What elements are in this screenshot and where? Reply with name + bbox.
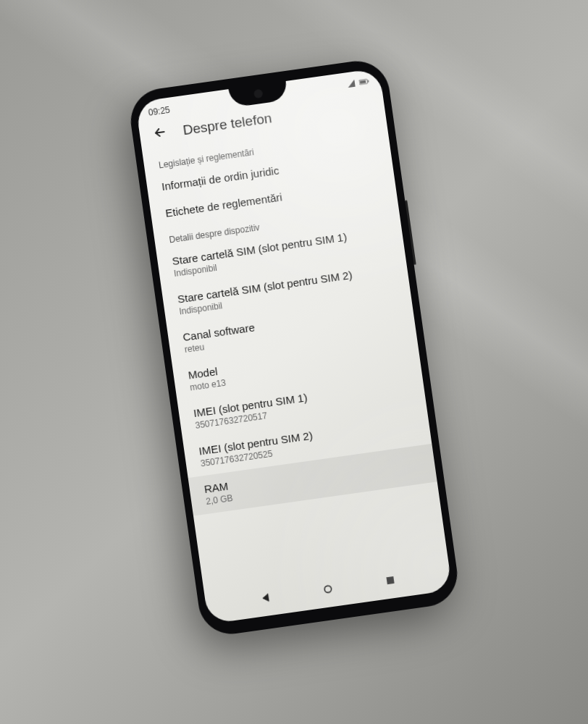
status-time: 09:25 [148,105,171,118]
settings-list[interactable]: Legislație și reglementări Informații de… [143,119,437,515]
triangle-back-icon [259,592,273,607]
back-button[interactable] [148,122,172,146]
page-title: Despre telefon [182,110,272,138]
svg-rect-2 [360,80,366,83]
nav-recent-button[interactable] [372,564,408,600]
circle-home-icon [322,583,335,599]
nav-back-button[interactable] [248,581,285,618]
signal-icon [345,78,357,90]
svg-rect-1 [368,80,369,82]
nav-home-button[interactable] [310,573,346,609]
battery-icon [358,77,370,89]
arrow-left-icon [152,125,169,144]
svg-rect-4 [386,576,394,584]
square-recent-icon [384,574,398,590]
svg-point-3 [324,585,332,593]
